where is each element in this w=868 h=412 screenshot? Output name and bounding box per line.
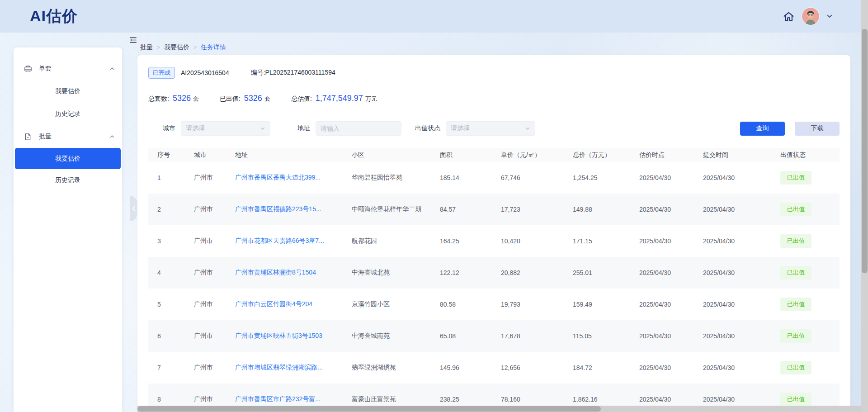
cell-area: 238.25 — [440, 396, 501, 403]
chevron-up-icon — [109, 134, 115, 139]
cell-community: 富豪山庄富景苑 — [352, 395, 440, 403]
cell-area: 84.57 — [440, 206, 501, 213]
breadcrumb-item-task-detail: 任务详情 — [201, 43, 226, 52]
cell-community: 华南碧桂园怡翠苑 — [352, 174, 440, 182]
cell-address: 广州市番禺区市广路232号富... — [235, 395, 352, 403]
cell-community: 航都花园 — [352, 237, 440, 245]
cell-index: 2 — [157, 206, 194, 213]
cell-valuation-date: 2025/04/30 — [639, 396, 703, 403]
sidebar-item-batch-history[interactable]: 历史记录 — [14, 169, 122, 192]
sidebar-item-single-valuate[interactable]: 我要估价 — [14, 80, 122, 103]
col-unit-price: 单价（元/㎡） — [501, 151, 573, 159]
cell-status: 已出值 — [780, 266, 840, 279]
cell-unit-price: 67,746 — [501, 174, 573, 181]
cell-address: 广州市番禺区福德路223号15... — [235, 205, 352, 213]
cell-unit-price: 78,160 — [501, 396, 573, 403]
cell-address: 广州市增城区翡翠绿洲湖滨路... — [235, 364, 352, 372]
sidebar-item-single-history[interactable]: 历史记录 — [14, 103, 122, 125]
filter-city-label: 城市 — [163, 124, 175, 133]
address-link[interactable]: 广州市黄埔区映林五街3号1503 — [235, 332, 322, 339]
chevron-down-icon — [525, 126, 530, 131]
filter-address-label: 地址 — [297, 124, 310, 133]
address-link[interactable]: 广州市番禺区福德路223号15... — [235, 205, 321, 213]
address-link[interactable]: 广州市增城区翡翠绿洲湖滨路... — [235, 364, 323, 371]
cell-unit-price: 20,882 — [501, 269, 573, 276]
cell-valuation-date: 2025/04/30 — [639, 174, 703, 181]
address-link[interactable]: 广州市花都区天贵路66号3座7... — [235, 237, 324, 244]
stats-row: 总套数: 5326 套 已出值: 5326 套 总估值: 1,747,549.9… — [148, 94, 840, 103]
table-row: 5广州市广州市白云区竹园街4号204京溪竹园小区80.5819,793159.4… — [148, 289, 840, 320]
col-status: 出值状态 — [780, 151, 840, 159]
city-select[interactable]: 请选择 — [181, 121, 270, 136]
status-badge: 已出值 — [780, 234, 811, 248]
col-total-price: 总价（万元） — [573, 151, 639, 159]
task-batch-no: 编号:PL202521746003111594 — [251, 69, 335, 77]
cell-city: 广州市 — [194, 174, 235, 182]
address-link[interactable]: 广州市番禺区市广路232号富... — [235, 395, 321, 403]
cell-city: 广州市 — [194, 300, 235, 308]
menu-fold-icon[interactable] — [129, 36, 137, 46]
cell-total-price: 184.72 — [573, 364, 639, 371]
vertical-scrollbar-thumb[interactable] — [862, 29, 868, 273]
cell-submit-date: 2025/04/30 — [703, 174, 780, 181]
cell-unit-price: 19,793 — [501, 301, 573, 308]
sidebar-item-batch-valuate[interactable]: 我要估价 — [15, 148, 121, 169]
cell-area: 164.25 — [440, 237, 501, 245]
sidebar-group-single[interactable]: 单套 — [14, 57, 122, 80]
cell-submit-date: 2025/04/30 — [703, 206, 780, 213]
query-button[interactable]: 查询 — [740, 122, 785, 136]
cell-status: 已出值 — [780, 203, 840, 216]
cell-total-price: 1,862.16 — [573, 396, 639, 403]
horizontal-scrollbar[interactable] — [137, 406, 861, 412]
breadcrumb-item-batch[interactable]: 批量 — [140, 43, 153, 52]
table-row: 4广州市广州市黄埔区林澜街8号1504中海誉城北苑122.1220,882255… — [148, 257, 840, 289]
download-button[interactable]: 下载 — [795, 122, 840, 136]
status-select[interactable]: 请选择 — [446, 121, 535, 136]
sidebar: 单套 我要估价 历史记录 批量 我要估价 历史记录 — [14, 47, 122, 412]
table-body: 1广州市广州市番禺区番禺大道北399...华南碧桂园怡翠苑185.1467,74… — [148, 162, 840, 412]
sidebar-group-batch[interactable]: 批量 — [14, 125, 122, 148]
home-icon[interactable] — [783, 10, 795, 23]
status-badge: 已出值 — [780, 329, 811, 343]
sidebar-collapse-handle[interactable] — [130, 196, 137, 221]
address-link[interactable]: 广州市黄埔区林澜街8号1504 — [235, 269, 316, 276]
cell-total-price: 159.49 — [573, 301, 639, 308]
cell-status: 已出值 — [780, 298, 840, 311]
cell-area: 80.58 — [440, 301, 501, 308]
stat-label: 已出值: — [220, 95, 241, 103]
table-row: 1广州市广州市番禺区番禺大道北399...华南碧桂园怡翠苑185.1467,74… — [148, 162, 840, 194]
cell-unit-price: 17,678 — [501, 332, 573, 340]
user-menu-chevron-down-icon[interactable] — [826, 13, 833, 19]
cell-area: 145.96 — [440, 364, 501, 371]
cell-valuation-date: 2025/04/30 — [639, 332, 703, 340]
breadcrumb-separator: > — [157, 44, 160, 51]
status-badge: 已出值 — [780, 361, 811, 374]
cell-status: 已出值 — [780, 329, 840, 343]
table-row: 2广州市广州市番禺区福德路223号15...中颐海伦堡花样年华二期84.5717… — [148, 194, 840, 225]
cell-community: 中颐海伦堡花样年华二期 — [352, 205, 440, 213]
task-info-row: 已完成 AI202543016504 编号:PL2025217460031115… — [148, 67, 840, 79]
address-link[interactable]: 广州市白云区竹园街4号204 — [235, 300, 312, 308]
col-area: 面积 — [440, 151, 501, 159]
avatar[interactable] — [802, 8, 819, 25]
cell-submit-date: 2025/04/30 — [703, 237, 780, 245]
task-status-badge: 已完成 — [148, 67, 175, 79]
cell-area: 65.08 — [440, 332, 501, 340]
cell-community: 翡翠绿洲湖绣苑 — [352, 364, 440, 372]
status-select-placeholder: 请选择 — [451, 124, 470, 133]
cell-submit-date: 2025/04/30 — [703, 364, 780, 371]
vertical-scrollbar[interactable] — [861, 0, 868, 412]
cell-valuation-date: 2025/04/30 — [639, 364, 703, 371]
stat-valued-units: 已出值: 5326 套 — [220, 94, 270, 103]
col-valuation-date: 估价时点 — [639, 151, 703, 159]
address-input[interactable] — [316, 121, 401, 136]
breadcrumb-separator: > — [193, 44, 197, 51]
filter-city: 城市 请选择 — [163, 121, 270, 136]
address-link[interactable]: 广州市番禺区番禺大道北399... — [235, 174, 321, 181]
cell-submit-date: 2025/04/30 — [703, 301, 780, 308]
breadcrumb-item-valuate[interactable]: 我要估价 — [164, 43, 189, 52]
cell-index: 3 — [157, 237, 194, 245]
filter-status: 出值状态 请选择 — [415, 121, 535, 136]
horizontal-scrollbar-thumb[interactable] — [137, 406, 601, 412]
stat-unit: 套 — [264, 95, 270, 103]
